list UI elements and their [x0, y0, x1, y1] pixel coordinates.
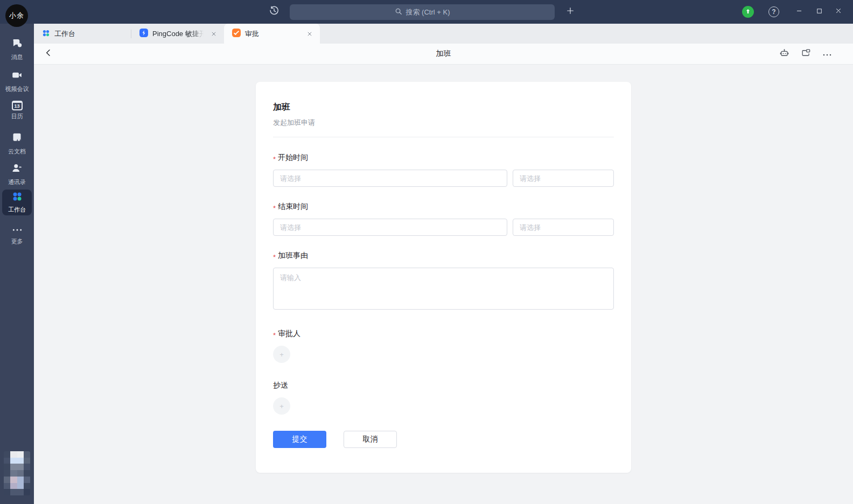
approval-icon [232, 29, 241, 39]
required-mark: * [273, 205, 276, 212]
sidebar-item-label: 通讯录 [8, 178, 26, 186]
search-placeholder: 搜索 (Ctrl + K) [406, 8, 450, 17]
ellipsis-icon [822, 49, 832, 59]
workbench-grid-icon [12, 191, 23, 204]
maximize-button[interactable] [814, 7, 824, 17]
help-button[interactable]: ? [768, 6, 779, 17]
required-mark: * [273, 332, 276, 339]
sidebar-item-more[interactable]: 更多 [0, 226, 34, 246]
bot-assistant-button[interactable] [778, 47, 791, 60]
new-tab-button[interactable] [563, 5, 577, 19]
divider [273, 137, 614, 137]
calendar-day-number: 13 [14, 103, 19, 109]
blurred-window-thumbnail[interactable] [4, 451, 30, 495]
page-header: 加班 [34, 44, 853, 65]
cc-label: 抄送 [273, 381, 614, 390]
multi-window-icon [801, 48, 811, 60]
minimize-button[interactable] [794, 7, 804, 17]
start-date-input[interactable] [273, 170, 507, 187]
calendar-icon: 13 [12, 101, 23, 110]
page-content: 加班 发起加班申请 * 开始时间 * 结束时间 [34, 65, 853, 504]
user-avatar[interactable]: 小余 [5, 4, 28, 27]
start-time-label: * 开始时间 [273, 153, 614, 163]
sidebar-item-workbench[interactable]: 工作台 [2, 190, 32, 215]
sidebar-item-label: 消息 [11, 53, 23, 61]
global-search-input[interactable]: 搜索 (Ctrl + K) [290, 4, 555, 20]
question-mark-icon: ? [772, 8, 775, 16]
robot-icon [779, 48, 789, 60]
search-icon [395, 8, 402, 17]
cancel-button[interactable]: 取消 [344, 431, 397, 448]
close-window-button[interactable] [834, 7, 843, 17]
main-area: 工作台 PingCode 敏捷开发 [34, 24, 853, 504]
reason-label: * 加班事由 [273, 251, 614, 261]
required-mark: * [273, 254, 276, 261]
app-sidebar: 消息 视频会议 13 日历 云文档 [0, 24, 34, 504]
tab-label: 工作台 [54, 29, 125, 39]
arrow-up-icon [745, 7, 751, 17]
sidebar-item-label: 日历 [11, 113, 23, 121]
workbench-grid-icon [42, 29, 50, 39]
person-icon [11, 163, 23, 176]
open-in-window-button[interactable] [799, 47, 812, 60]
history-icon [269, 5, 279, 18]
close-tab-button[interactable] [209, 29, 219, 39]
end-time-input[interactable] [513, 219, 614, 236]
approver-label: * 审批人 [273, 329, 614, 339]
form-title: 加班 [273, 102, 614, 113]
minimize-icon [795, 7, 803, 17]
plus-icon [566, 6, 575, 17]
video-camera-icon [11, 69, 23, 83]
start-time-input[interactable] [513, 170, 614, 187]
tab-label: 审批 [245, 29, 300, 39]
sidebar-item-label: 工作台 [8, 206, 26, 214]
sidebar-item-contacts[interactable]: 通讯录 [0, 163, 34, 186]
more-actions-button[interactable] [821, 47, 834, 60]
sidebar-item-cloud-docs[interactable]: 云文档 [0, 132, 34, 156]
plus-icon: + [279, 351, 284, 359]
submit-button[interactable]: 提交 [273, 431, 326, 448]
cloud-document-icon [11, 132, 23, 145]
tab-approval-active[interactable]: 审批 [224, 24, 320, 44]
add-approver-button[interactable]: + [273, 346, 290, 363]
plus-icon: + [279, 402, 284, 410]
tab-pingcode[interactable]: PingCode 敏捷开发 [131, 24, 224, 44]
end-date-input[interactable] [273, 219, 507, 236]
tab-label: PingCode 敏捷开发 [152, 29, 205, 39]
end-time-label: * 结束时间 [273, 202, 614, 212]
upgrade-button[interactable] [742, 6, 754, 18]
form-subtitle: 发起加班申请 [273, 118, 614, 128]
sidebar-item-calendar[interactable]: 13 日历 [0, 101, 34, 121]
required-mark: * [273, 156, 276, 163]
sidebar-item-video-meeting[interactable]: 视频会议 [0, 69, 34, 93]
reason-textarea[interactable] [273, 268, 614, 310]
sidebar-item-messages[interactable]: 消息 [0, 38, 34, 61]
tab-strip: 工作台 PingCode 敏捷开发 [34, 24, 853, 44]
sidebar-item-label: 视频会议 [5, 85, 29, 93]
page-title: 加班 [34, 49, 853, 59]
maximize-icon [816, 7, 823, 17]
app-window: 搜索 (Ctrl + K) ? [0, 0, 853, 504]
sidebar-item-label: 云文档 [8, 148, 26, 156]
ellipsis-icon [12, 226, 23, 235]
history-button[interactable] [267, 5, 281, 19]
tab-workbench[interactable]: 工作台 [34, 24, 131, 44]
close-tab-button[interactable] [305, 29, 314, 39]
add-cc-button[interactable]: + [273, 397, 290, 415]
approval-form-card: 加班 发起加班申请 * 开始时间 * 结束时间 [256, 82, 631, 473]
close-icon [835, 7, 842, 17]
sidebar-item-label: 更多 [11, 237, 23, 246]
chat-bubble-icon [11, 38, 23, 51]
pingcode-icon [139, 29, 148, 39]
window-titlebar: 搜索 (Ctrl + K) ? [0, 0, 853, 24]
